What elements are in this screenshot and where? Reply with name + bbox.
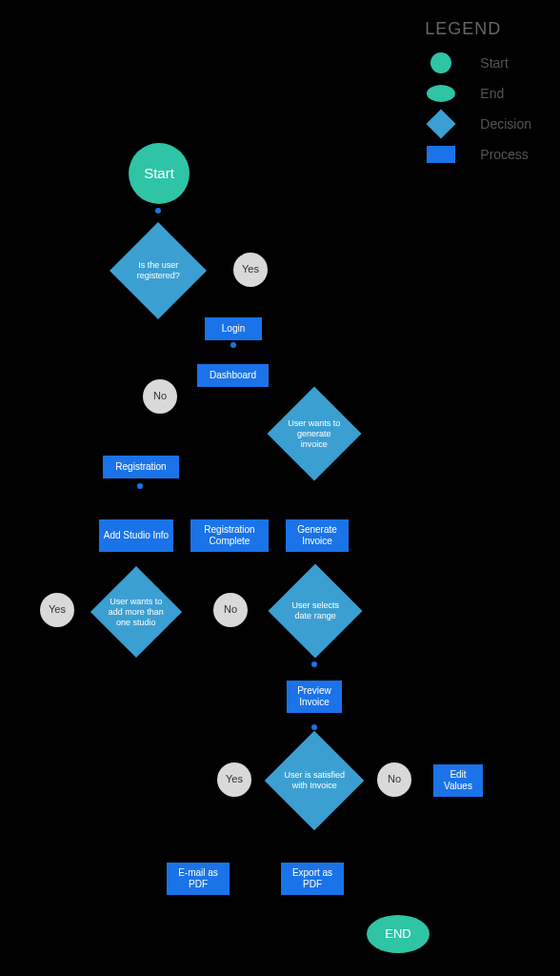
connector-dot: [137, 483, 143, 489]
legend-row-process: Process: [425, 146, 531, 163]
branch-label: Yes: [226, 773, 243, 785]
legend-row-end: End: [425, 85, 531, 102]
decision-date-range: User selects date range: [269, 564, 363, 659]
process-label: Preview Invoice: [290, 685, 338, 708]
legend-row-start: Start: [425, 52, 531, 73]
process-label: Add Studio Info: [104, 530, 169, 541]
branch-no-1: No: [143, 379, 177, 414]
legend-label: Start: [480, 55, 509, 71]
decision-icon: [425, 113, 457, 134]
process-label: Login: [222, 323, 245, 335]
process-email-pdf: E-mail as PDF: [167, 863, 230, 895]
branch-label: Yes: [242, 263, 259, 275]
process-label: Registration: [115, 461, 166, 473]
process-dashboard: Dashboard: [197, 364, 269, 387]
connector-dot: [155, 208, 161, 214]
process-label: Registration Complete: [194, 524, 265, 547]
connector-dot: [311, 661, 317, 667]
process-icon: [425, 146, 457, 163]
process-export-pdf: Export as PDF: [281, 863, 344, 895]
process-login: Login: [205, 317, 262, 340]
decision-label: User is satisfied with Invoice: [283, 770, 346, 791]
process-label: Generate Invoice: [290, 524, 345, 547]
connector-dot: [230, 342, 236, 348]
decision-label: User wants to add more than one studio: [108, 597, 165, 627]
decision-label: User selects date range: [286, 600, 345, 621]
branch-label: No: [388, 773, 401, 785]
process-add-studio: Add Studio Info: [99, 519, 173, 552]
legend: LEGEND Start End Decision Process: [425, 19, 531, 174]
decision-registered: Is the user registered?: [110, 222, 207, 319]
process-reg-complete: Registration Complete: [190, 519, 269, 552]
decision-label: Is the user registered?: [128, 260, 189, 281]
branch-label: No: [153, 390, 167, 402]
decision-more-studio: User wants to add more than one studio: [90, 566, 182, 658]
decision-label: User wants to generate invoice: [285, 418, 344, 449]
decision-generate: User wants to generate invoice: [268, 387, 362, 481]
branch-label: Yes: [49, 603, 66, 616]
legend-row-decision: Decision: [425, 113, 531, 134]
process-registration: Registration: [103, 456, 179, 478]
legend-title: LEGEND: [425, 19, 531, 39]
branch-yes-2: Yes: [40, 593, 74, 627]
process-label: Edit Values: [437, 769, 479, 792]
branch-label: No: [224, 603, 237, 616]
legend-label: Process: [480, 147, 529, 162]
branch-yes-1: Yes: [233, 253, 268, 287]
process-label: E-mail as PDF: [170, 867, 226, 890]
process-label: Export as PDF: [285, 867, 340, 890]
end-icon: [425, 85, 457, 102]
process-preview: Preview Invoice: [287, 681, 342, 713]
branch-no-3: No: [377, 762, 411, 797]
decision-satisfied: User is satisfied with Invoice: [265, 731, 365, 831]
start-label: Start: [144, 165, 174, 182]
start-icon: [425, 52, 457, 73]
process-edit-values: Edit Values: [433, 764, 483, 797]
connector-dot: [311, 724, 317, 730]
start-node: Start: [129, 143, 190, 204]
end-node: END: [367, 915, 430, 953]
legend-label: End: [480, 86, 504, 101]
process-generate-invoice: Generate Invoice: [286, 519, 349, 552]
process-label: Dashboard: [210, 370, 256, 381]
branch-yes-3: Yes: [217, 762, 251, 797]
branch-no-2: No: [213, 593, 248, 627]
legend-label: Decision: [480, 116, 531, 132]
end-label: END: [385, 926, 410, 942]
